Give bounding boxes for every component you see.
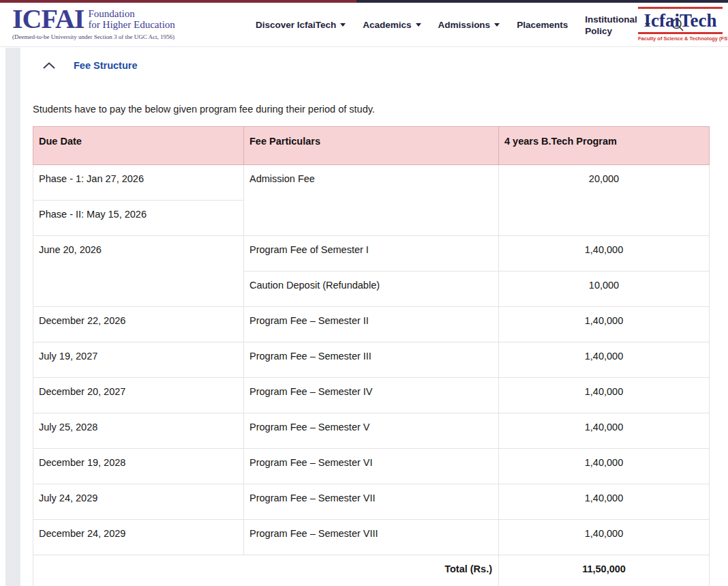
table-row: July 25, 2028 Program Fee – Semester V 1… (33, 413, 710, 449)
column-header-program: 4 years B.Tech Program (499, 127, 710, 165)
fee-structure-table: Due Date Fee Particulars 4 years B.Tech … (33, 126, 710, 586)
cell-fee-particular: Program Fee of Semester I (244, 236, 499, 272)
nav-item-label: Placements (517, 20, 568, 30)
cell-amount: 1,40,000 (499, 236, 710, 272)
cell-due-date: December 24, 2029 (33, 520, 244, 555)
cell-amount: 1,40,000 (499, 378, 710, 413)
table-header-row: Due Date Fee Particulars 4 years B.Tech … (33, 127, 710, 165)
cell-fee-particular: Program Fee – Semester VI (244, 449, 499, 484)
cell-amount: 1,40,000 (499, 484, 710, 520)
cell-due-date: July 25, 2028 (33, 413, 244, 449)
cell-amount: 20,000 (499, 165, 710, 236)
icfai-logo[interactable]: ICFAI Foundation for Higher Education (D… (12, 5, 175, 40)
icfai-logo-subtitle-line1: Foundation (88, 8, 134, 19)
table-row: July 24, 2029 Program Fee – Semester VII… (33, 484, 710, 520)
table-row: July 19, 2027 Program Fee – Semester III… (33, 342, 710, 378)
cell-due-date: December 20, 2027 (33, 378, 244, 413)
icfai-logo-tagline: (Deemed-to-be University under Section 3… (12, 33, 175, 40)
icfaitech-logo-tagline: Faculty of Science & Technology (FST) (638, 35, 723, 42)
main-nav: Discover IcfaiTech Academics Admissions … (256, 3, 627, 47)
icfai-logo-subtitle: Foundation for Higher Education (88, 8, 175, 30)
nav-item-label: Academics (363, 20, 411, 30)
section-title: Fee Structure (74, 60, 137, 71)
cell-due-date: Phase - 1: Jan 27, 2026 (33, 165, 244, 201)
cell-amount: 1,40,000 (499, 449, 710, 484)
cell-amount: 1,40,000 (499, 307, 710, 342)
cell-fee-particular: Admission Fee (244, 165, 499, 236)
cell-fee-particular: Program Fee – Semester V (244, 413, 499, 449)
chevron-down-icon (340, 23, 346, 27)
nav-item-label: Admissions (438, 20, 491, 30)
cell-amount: 10,000 (499, 272, 710, 307)
table-row: December 22, 2026 Program Fee – Semester… (33, 307, 710, 342)
cell-amount: 1,40,000 (499, 413, 710, 449)
cell-due-date: December 22, 2026 (33, 307, 244, 342)
icfai-logo-wordmark: ICFAI (12, 5, 84, 33)
total-label: Total (Rs.) (33, 555, 499, 586)
cell-fee-particular: Program Fee – Semester II (244, 307, 499, 342)
column-header-fee-particulars: Fee Particulars (244, 127, 499, 165)
column-header-due-date: Due Date (33, 127, 244, 165)
site-header: ICFAI Foundation for Higher Education (D… (0, 3, 728, 47)
chevron-down-icon (416, 23, 421, 27)
icfaitech-logo-bottom-rule (638, 32, 723, 34)
fee-structure-accordion-toggle[interactable]: Fee Structure (33, 60, 137, 71)
intro-text: Students have to pay the below given pro… (33, 104, 375, 115)
table-row: December 24, 2029 Program Fee – Semester… (33, 520, 710, 555)
table-row: June 20, 2026 Program Fee of Semester I … (33, 236, 710, 272)
nav-item-label: Institutional Policy (585, 14, 641, 37)
cell-fee-particular: Program Fee – Semester VIII (244, 520, 499, 555)
cell-due-date: June 20, 2026 (33, 236, 244, 307)
table-row: Phase - 1: Jan 27, 2026 Admission Fee 20… (33, 165, 710, 201)
nav-item-admissions[interactable]: Admissions (438, 20, 500, 30)
cell-amount: 1,40,000 (499, 342, 710, 378)
table-total-row: Total (Rs.) 11,50,000 (33, 555, 710, 586)
icfaitech-logo-wordmark: IcfaiTech (638, 9, 723, 32)
nav-item-label: Discover IcfaiTech (256, 20, 336, 30)
icfai-logo-row: ICFAI Foundation for Higher Education (12, 5, 175, 33)
icfaitech-logo[interactable]: IcfaiTech Faculty of Science & Technolog… (638, 7, 723, 42)
nav-item-academics[interactable]: Academics (363, 20, 421, 30)
table-row: December 19, 2028 Program Fee – Semester… (33, 449, 710, 484)
total-amount: 11,50,000 (499, 555, 710, 586)
left-gutter (5, 48, 20, 586)
chevron-down-icon (494, 23, 500, 27)
nav-item-discover-icfaitech[interactable]: Discover IcfaiTech (256, 20, 346, 30)
cell-fee-particular: Program Fee – Semester VII (244, 484, 499, 520)
cell-due-date: December 19, 2028 (33, 449, 244, 484)
chevron-up-icon (42, 61, 56, 70)
table-row: December 20, 2027 Program Fee – Semester… (33, 378, 710, 413)
cell-due-date: July 24, 2029 (33, 484, 244, 520)
cell-amount: 1,40,000 (499, 520, 710, 555)
cell-fee-particular: Caution Deposit (Refundable) (244, 272, 499, 307)
nav-item-placements[interactable]: Placements (517, 20, 568, 30)
cell-due-date: July 19, 2027 (33, 342, 244, 378)
cell-due-date: Phase - II: May 15, 2026 (33, 201, 244, 236)
cell-fee-particular: Program Fee – Semester IV (244, 378, 499, 413)
icfai-logo-subtitle-line2: for Higher Education (88, 19, 175, 30)
cell-fee-particular: Program Fee – Semester III (244, 342, 499, 378)
